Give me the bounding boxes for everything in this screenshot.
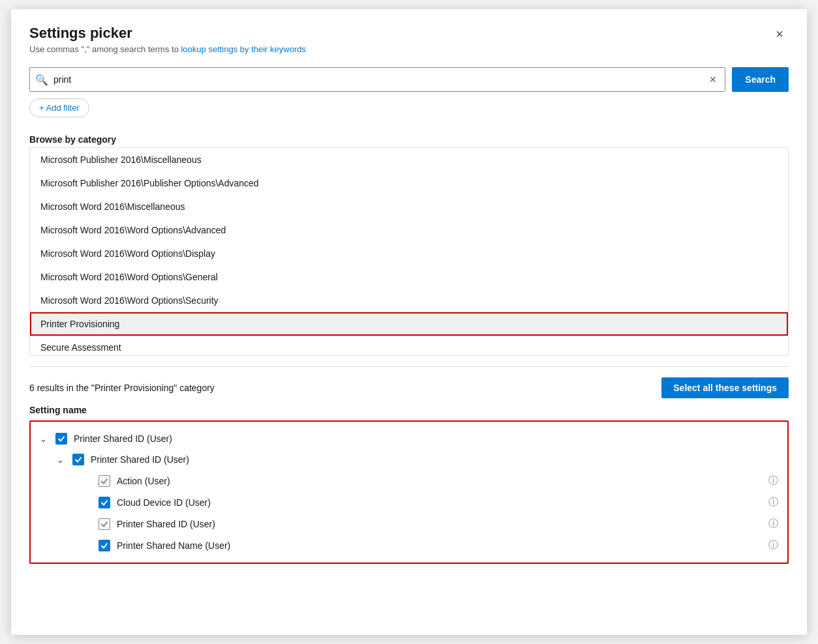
search-icon: 🔍 — [35, 74, 48, 86]
category-item[interactable]: Microsoft Word 2016\Word Options\General — [30, 265, 788, 289]
subtitle-text: Use commas "," among search terms to — [29, 44, 179, 54]
category-list: Microsoft Publisher 2016\Miscellaneous M… — [29, 147, 789, 356]
expand-icon[interactable]: ⌄ — [57, 455, 67, 465]
subtitle-link[interactable]: lookup settings by their keywords — [181, 44, 305, 54]
divider — [29, 366, 789, 367]
setting-label-level1: Printer Shared ID (User) — [91, 454, 189, 465]
select-all-button[interactable]: Select all these settings — [661, 377, 789, 398]
setting-label-action: Action (User) — [117, 476, 170, 486]
setting-row-level1: ⌄ Printer Shared ID (User) — [31, 449, 787, 470]
checkbox-printer-shared-name[interactable] — [98, 540, 110, 551]
checkbox-level1[interactable] — [72, 454, 84, 465]
results-header: 6 results in the "Printer Provisioning" … — [29, 377, 789, 398]
category-item[interactable]: Microsoft Publisher 2016\Miscellaneous — [30, 148, 788, 171]
expand-icon[interactable]: ⌄ — [40, 434, 50, 444]
dialog-subtitle: Use commas "," among search terms to loo… — [29, 44, 306, 54]
results-label: 6 results in the "Printer Provisioning" … — [29, 383, 215, 393]
category-item[interactable]: Microsoft Word 2016\Word Options\Display — [30, 242, 788, 265]
info-icon-cloud-device[interactable]: ⓘ — [768, 496, 778, 508]
info-icon-printer-shared-name[interactable]: ⓘ — [768, 539, 778, 551]
setting-label-printer-shared-id: Printer Shared ID (User) — [117, 519, 215, 529]
search-row: 🔍 ✕ Search — [29, 67, 789, 92]
search-button[interactable]: Search — [732, 67, 789, 92]
dialog-title-area: Settings picker Use commas "," among sea… — [29, 25, 306, 54]
settings-list: ⌄ Printer Shared ID (User) ⌄ Printer Sha… — [29, 420, 789, 564]
setting-label-level0: Printer Shared ID (User) — [74, 433, 172, 444]
browse-category-label: Browse by category — [29, 134, 789, 145]
add-filter-button[interactable]: + Add filter — [29, 98, 89, 117]
category-item[interactable]: Microsoft Publisher 2016\Publisher Optio… — [30, 171, 788, 195]
setting-label-printer-shared-name: Printer Shared Name (User) — [117, 540, 230, 551]
setting-row-action: ⌄ Action (User) ⓘ — [31, 470, 787, 491]
checkbox-printer-shared-id[interactable] — [98, 518, 110, 530]
category-item[interactable]: Microsoft Word 2016\Word Options\Securit… — [30, 289, 788, 312]
info-icon-action[interactable]: ⓘ — [768, 475, 778, 487]
category-item[interactable]: Microsoft Word 2016\Word Options\Advance… — [30, 218, 788, 242]
dialog-header: Settings picker Use commas "," among sea… — [29, 25, 789, 54]
settings-picker-dialog: Settings picker Use commas "," among sea… — [11, 9, 807, 635]
setting-label-cloud-device: Cloud Device ID (User) — [117, 497, 211, 508]
checkbox-cloud-device[interactable] — [98, 497, 110, 508]
category-item[interactable]: Microsoft Word 2016\Miscellaneous — [30, 195, 788, 218]
search-input[interactable] — [53, 74, 706, 85]
info-icon-printer-shared-id[interactable]: ⓘ — [768, 518, 778, 530]
clear-icon[interactable]: ✕ — [706, 73, 720, 86]
setting-row-level0: ⌄ Printer Shared ID (User) — [31, 428, 787, 449]
setting-row-printer-shared-id: ⌄ Printer Shared ID (User) ⓘ — [31, 513, 787, 534]
checkbox-level0[interactable] — [55, 433, 67, 445]
setting-row-printer-shared-name: ⌄ Printer Shared Name (User) ⓘ — [31, 534, 787, 556]
results-count-text: 6 results in the "Printer Provisioning" … — [29, 383, 215, 393]
search-box: 🔍 ✕ — [29, 67, 725, 92]
close-button[interactable]: × — [770, 25, 789, 43]
setting-name-header: Setting name — [29, 405, 789, 415]
category-item-printer-provisioning[interactable]: Printer Provisioning — [30, 312, 788, 336]
checkbox-action[interactable] — [98, 475, 110, 487]
dialog-title: Settings picker — [29, 25, 306, 42]
category-item[interactable]: Secure Assessment — [30, 336, 788, 356]
setting-row-cloud-device: ⌄ Cloud Device ID (User) ⓘ — [31, 491, 787, 513]
